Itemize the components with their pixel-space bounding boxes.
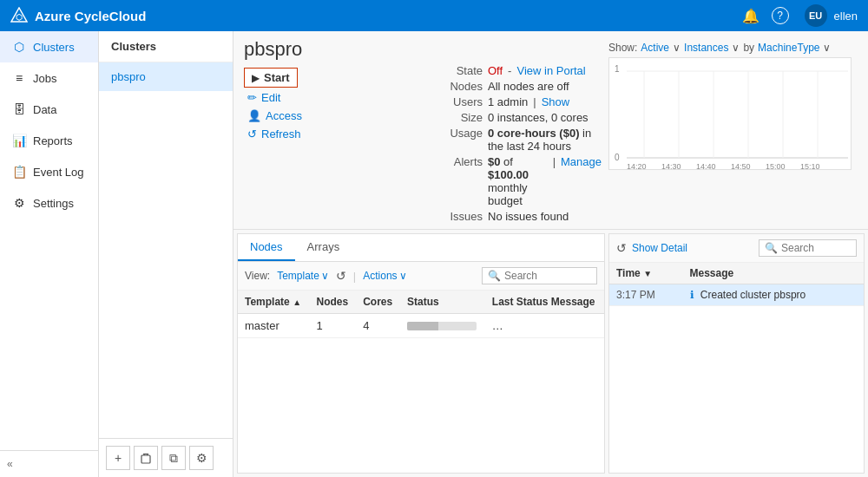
- col-nodes[interactable]: Nodes: [310, 291, 357, 314]
- col-cores[interactable]: Cores: [356, 291, 400, 314]
- user-section[interactable]: EU ellen: [801, 4, 858, 27]
- view-portal-link[interactable]: View in Portal: [516, 64, 585, 77]
- start-button[interactable]: ▶ Start: [244, 68, 298, 88]
- view-template-dropdown[interactable]: Template ∨: [277, 270, 329, 282]
- actions-dropdown-icon: ∨: [399, 270, 407, 282]
- event-time: 3:17 PM: [609, 284, 683, 306]
- col-template[interactable]: Template ▲: [238, 291, 310, 314]
- copy-cluster-button[interactable]: ⧉: [161, 446, 186, 470]
- cell-status: [400, 314, 485, 338]
- view-dropdown-icon: ∨: [321, 270, 329, 282]
- sidebar-item-reports[interactable]: 📊 Reports: [0, 125, 98, 156]
- avatar: EU: [805, 4, 827, 27]
- event-message-text: Created cluster pbspro: [700, 289, 806, 301]
- nodes-panel: Nodes Arrays View: Template ∨ ↺ | Action…: [237, 233, 605, 474]
- col-last-status[interactable]: Last Status Message: [485, 291, 604, 314]
- users-row: Users 1 admin | Show: [435, 95, 602, 108]
- clusters-icon: ⬡: [12, 40, 26, 54]
- issues-label: Issues: [435, 210, 483, 223]
- alerts-label: Alerts: [435, 155, 483, 207]
- notification-icon[interactable]: 🔔: [742, 8, 760, 24]
- nodes-refresh-icon[interactable]: ↺: [336, 269, 346, 283]
- svg-text:1: 1: [615, 64, 620, 74]
- edit-label: Edit: [261, 91, 280, 104]
- app-title: Azure CycleCloud: [35, 9, 146, 23]
- sidebar-item-clusters[interactable]: ⬡ Clusters: [0, 31, 98, 62]
- view-value: Template: [277, 270, 319, 282]
- content-area: pbspro ▶ Start ✏ Edit 👤 Access: [233, 31, 868, 477]
- nodes-tabs: Nodes Arrays: [238, 234, 604, 262]
- nodes-table-body: master 1 4 …: [238, 314, 604, 338]
- nodes-search-input[interactable]: [504, 270, 591, 282]
- status-bar-fill: [407, 322, 438, 330]
- cluster-settings-button[interactable]: ⚙: [189, 446, 214, 470]
- tab-arrays[interactable]: Arrays: [295, 234, 352, 261]
- sidebar-label-event-log: Event Log: [33, 166, 84, 179]
- svg-text:14:40: 14:40: [696, 162, 716, 170]
- state-row: State Off - View in Portal: [435, 64, 602, 77]
- sidebar-label-settings: Settings: [33, 197, 74, 210]
- chart-filter-machinetype[interactable]: MachineType: [758, 42, 819, 54]
- sort-template-icon: ▲: [293, 297, 301, 307]
- sidebar-label-data: Data: [33, 103, 56, 116]
- actions-dropdown[interactable]: Actions ∨: [363, 270, 406, 282]
- chart-dropdown-icon3: ∨: [823, 42, 831, 54]
- show-users-link[interactable]: Show: [542, 95, 570, 108]
- col-status[interactable]: Status: [400, 291, 485, 314]
- col-message[interactable]: Message: [683, 263, 865, 284]
- collapse-button[interactable]: «: [7, 458, 13, 470]
- state-value: Off: [488, 64, 503, 77]
- add-cluster-button[interactable]: +: [106, 446, 130, 470]
- chart-by-label: by: [743, 42, 754, 54]
- cluster-title-section: pbspro ▶ Start ✏ Edit 👤 Access: [244, 38, 435, 142]
- event-refresh-icon[interactable]: ↺: [616, 241, 627, 255]
- delete-cluster-button[interactable]: [134, 446, 158, 470]
- sidebar: ⬡ Clusters ≡ Jobs 🗄 Data 📊 Reports 📋 Eve…: [0, 31, 99, 477]
- cell-template: master: [238, 314, 310, 338]
- chart-svg: 1 0 14:20 14:30 14:40 14:50 15:00 15:10: [608, 57, 852, 170]
- nodes-label: Nodes: [435, 80, 483, 93]
- edit-icon: ✏: [247, 91, 257, 104]
- access-button[interactable]: 👤 Access: [244, 108, 435, 124]
- event-search-box: 🔍: [759, 239, 857, 257]
- data-icon: 🗄: [12, 102, 26, 116]
- chart-filter-instances[interactable]: Instances: [684, 42, 728, 54]
- reports-icon: 📊: [12, 134, 26, 147]
- svg-text:15:10: 15:10: [800, 162, 820, 170]
- chart-dropdown-icon2: ∨: [732, 42, 740, 54]
- cluster-list-item-pbspro[interactable]: pbspro: [99, 62, 233, 91]
- sidebar-nav: ⬡ Clusters ≡ Jobs 🗄 Data 📊 Reports 📋 Eve…: [0, 31, 98, 450]
- col-time[interactable]: Time ▼: [609, 263, 683, 284]
- status-bar: [407, 322, 477, 330]
- svg-text:0: 0: [615, 153, 620, 162]
- event-row[interactable]: 3:17 PM ℹ Created cluster pbspro: [609, 284, 864, 306]
- svg-text:14:30: 14:30: [661, 162, 681, 170]
- tab-nodes[interactable]: Nodes: [238, 234, 295, 261]
- edit-button[interactable]: ✏ Edit: [244, 89, 435, 106]
- svg-rect-2: [141, 455, 150, 463]
- state-label: State: [435, 64, 483, 77]
- cell-cores: 4: [356, 314, 400, 338]
- help-icon[interactable]: ?: [772, 7, 789, 24]
- chart-filter-active[interactable]: Active: [641, 42, 669, 54]
- event-search-input[interactable]: [781, 242, 851, 254]
- sidebar-item-jobs[interactable]: ≡ Jobs: [0, 62, 98, 94]
- sidebar-item-settings[interactable]: ⚙ Settings: [0, 187, 98, 219]
- manage-budget-link[interactable]: Manage: [561, 155, 602, 207]
- jobs-icon: ≡: [12, 71, 26, 85]
- table-row[interactable]: master 1 4 …: [238, 314, 604, 338]
- refresh-button[interactable]: ↺ Refresh: [244, 126, 435, 142]
- sidebar-item-data[interactable]: 🗄 Data: [0, 94, 98, 125]
- username-label: ellen: [834, 10, 858, 23]
- search-icon: 🔍: [488, 270, 501, 282]
- sort-time-icon: ▼: [643, 269, 652, 278]
- svg-text:15:00: 15:00: [766, 162, 786, 170]
- view-label: View:: [245, 270, 270, 282]
- usage-value: 0 core-hours ($0) in the last 24 hours: [488, 127, 602, 153]
- show-detail-link[interactable]: Show Detail: [632, 242, 687, 254]
- sidebar-item-event-log[interactable]: 📋 Event Log: [0, 156, 98, 187]
- cluster-header: pbspro ▶ Start ✏ Edit 👤 Access: [233, 31, 868, 230]
- cell-nodes: 1: [310, 314, 357, 338]
- sidebar-footer: «: [0, 450, 98, 477]
- event-header-row: Time ▼ Message: [609, 263, 864, 284]
